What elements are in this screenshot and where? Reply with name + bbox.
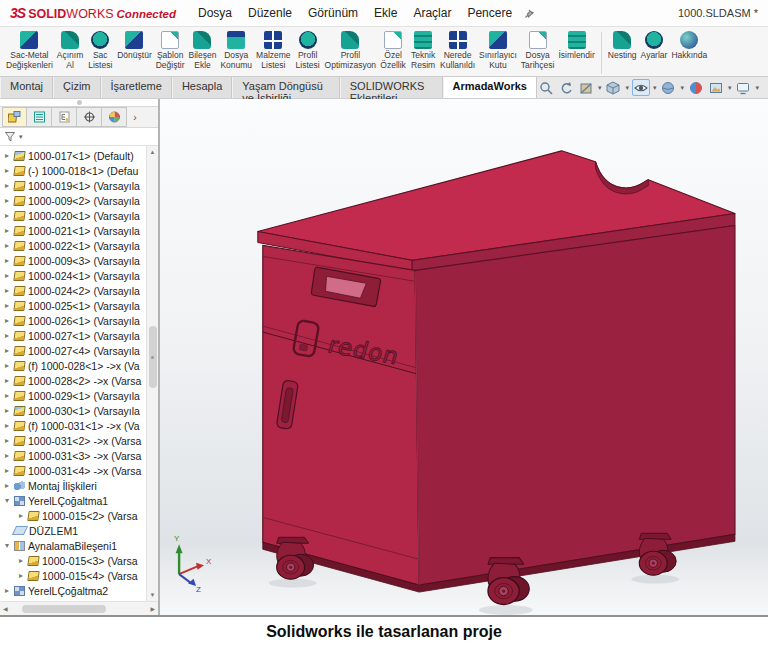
tree-item[interactable]: ▸ 1000-028<2> ->x (Varsa (0, 373, 146, 388)
dropdown-caret-icon[interactable]: ▾ (653, 84, 657, 92)
tree-item[interactable]: ▸ 1000-022<1> (Varsayıla (0, 238, 146, 253)
expand-arrow-icon[interactable]: ▸ (17, 511, 25, 520)
expand-arrow-icon[interactable]: ▸ (3, 181, 11, 190)
featuremanager-tab[interactable] (2, 107, 27, 127)
ribbon-button[interactable]: Profil Optimizasyon (323, 30, 379, 72)
panel-grab-handle[interactable] (0, 99, 158, 106)
ribbon-button[interactable]: İsimlendir (556, 30, 596, 72)
scroll-down-arrow-icon[interactable]: ▼ (150, 589, 156, 601)
tree-item[interactable]: ▾ YerelLÇoğaltma1 (0, 493, 146, 508)
ribbon-button[interactable]: Ayarlar (639, 30, 670, 62)
expand-arrow-icon[interactable]: ▾ (3, 496, 11, 505)
tree-item[interactable]: ▸ 1000-031<2> ->x (Varsa (0, 433, 146, 448)
section-view-icon[interactable] (577, 79, 595, 96)
tree-filter-row[interactable]: ▾ (0, 128, 158, 146)
expand-arrow-icon[interactable]: ▸ (3, 166, 11, 175)
menu-item[interactable]: Pencere (467, 6, 512, 20)
scroll-up-arrow-icon[interactable]: ▲ (150, 146, 156, 158)
ribbon-button[interactable]: Profil Listesi (293, 30, 323, 72)
command-tab[interactable]: Çizim (53, 77, 101, 98)
expand-arrow-icon[interactable]: ▸ (3, 241, 11, 250)
ribbon-button[interactable]: Şablon Değiştir (154, 30, 187, 72)
menu-item[interactable]: Dosya (198, 6, 232, 20)
expand-arrow-icon[interactable]: ▸ (3, 226, 11, 235)
expand-arrow-icon[interactable]: ▸ (3, 406, 11, 415)
expand-arrow-icon[interactable]: ▸ (3, 211, 11, 220)
dropdown-caret-icon[interactable]: ▾ (625, 84, 629, 92)
ribbon-button[interactable]: Nerede Kullanıldı (438, 30, 477, 72)
dropdown-caret-icon[interactable]: ▾ (680, 84, 684, 92)
expand-arrow-icon[interactable]: ▸ (3, 271, 11, 280)
tree-item[interactable]: ▸ 1000-031<3> ->x (Varsa (0, 448, 146, 463)
expand-arrow-icon[interactable]: ▸ (3, 256, 11, 265)
ribbon-button[interactable]: Açınım Al (55, 30, 85, 72)
expand-arrow-icon[interactable]: ▸ (3, 301, 11, 310)
command-tab[interactable]: SOLIDWORKS Eklentileri (340, 77, 443, 98)
tree-item[interactable]: ▸ YerelLÇoğaltma2 (0, 583, 146, 598)
zoom-fit-icon[interactable] (537, 79, 555, 96)
tree-item[interactable]: ▸ 1000-009<2> (Varsayıla (0, 193, 146, 208)
tree-item[interactable]: ▸ 1000-026<1> (Varsayıla (0, 313, 146, 328)
tree-horizontal-scrollbar[interactable]: ◀ ▶ (0, 601, 158, 615)
ribbon-button[interactable]: Sınırlayıcı Kutu (477, 30, 519, 72)
dropdown-caret-icon[interactable]: ▾ (19, 133, 23, 141)
expand-arrow-icon[interactable]: ▸ (3, 196, 11, 205)
scroll-right-arrow-icon[interactable]: ▶ (150, 605, 155, 612)
view-settings-icon[interactable] (734, 79, 752, 96)
ribbon-button[interactable]: Sac-Metal Değişkenleri (4, 30, 55, 72)
expand-arrow-icon[interactable]: ▸ (3, 451, 11, 460)
tree-item[interactable]: ▸ 1000-029<1> (Varsayıla (0, 388, 146, 403)
cabinet-model[interactable]: redon (258, 151, 735, 615)
ribbon-button[interactable]: Hakkında (669, 30, 709, 62)
tree-item[interactable]: ▸ 1000-027<1> (Varsayıla (0, 328, 146, 343)
ribbon-button[interactable]: Dönüştür (115, 30, 154, 72)
tree-item[interactable]: DÜZLEM1 (0, 523, 146, 538)
expand-arrow-icon[interactable]: ▸ (3, 331, 11, 340)
tree-item[interactable]: ▸ 1000-024<2> (Varsayıla (0, 283, 146, 298)
configurationmanager-tab[interactable] (52, 107, 77, 127)
expand-arrow-icon[interactable]: ▸ (3, 316, 11, 325)
propertymanager-tab[interactable] (27, 107, 52, 127)
ribbon-button[interactable]: Özel Özellik (378, 30, 408, 72)
dimxpertmanager-tab[interactable] (77, 107, 102, 127)
display-style-icon[interactable] (659, 79, 677, 96)
tree-item[interactable]: ▸ 1000-017<1> (Default) (0, 148, 146, 163)
expand-arrow-icon[interactable]: ▾ (3, 541, 11, 550)
dropdown-caret-icon[interactable]: ▾ (728, 84, 732, 92)
command-tab[interactable]: Montaj (0, 77, 53, 98)
menu-item[interactable]: Görünüm (308, 6, 358, 20)
tree-item[interactable]: ▸ 1000-027<4> (Varsayıla (0, 343, 146, 358)
expand-arrow-icon[interactable]: ▸ (3, 286, 11, 295)
scrollbar-thumb[interactable] (22, 605, 106, 613)
ribbon-button[interactable]: Sac Listesi (85, 30, 115, 72)
expand-arrow-icon[interactable]: ▸ (3, 361, 11, 370)
tree-item[interactable]: ▸ (f) 1000-028<1> ->x (Va (0, 358, 146, 373)
ribbon-button[interactable]: Teknik Resim (408, 30, 438, 72)
graphics-viewport[interactable]: redon (160, 99, 768, 615)
expand-arrow-icon[interactable]: ▸ (3, 466, 11, 475)
tree-item[interactable]: ▾ AynalamaBileşeni1 (0, 538, 146, 553)
previous-view-icon[interactable] (557, 79, 575, 96)
apply-scene-icon[interactable] (707, 79, 725, 96)
tree-item[interactable]: ▸ 1000-021<1> (Varsayıla (0, 223, 146, 238)
tree-item[interactable]: ▸ 1000-024<1> (Varsayıla (0, 268, 146, 283)
tree-item[interactable]: ▸ 1000-025<1> (Varsayıla (0, 298, 146, 313)
expand-arrow-icon[interactable]: ▸ (3, 481, 11, 490)
expand-arrow-icon[interactable]: ▸ (3, 391, 11, 400)
dropdown-caret-icon[interactable]: ▾ (598, 84, 602, 92)
command-tab[interactable]: ArmadaWorks (443, 77, 537, 98)
command-tab[interactable]: Yaşam Döngüsü ve İşbirliği (232, 77, 340, 98)
tree-item[interactable]: ▸ Montaj İlişkileri (0, 478, 146, 493)
scroll-left-arrow-icon[interactable]: ◀ (3, 605, 8, 612)
expand-arrow-icon[interactable]: ▸ (17, 556, 25, 565)
expand-arrow-icon[interactable]: ▸ (3, 346, 11, 355)
ribbon-button[interactable]: Malzeme Listesi (254, 30, 292, 72)
tree-vertical-scrollbar[interactable]: ▲ ▼ (146, 146, 158, 601)
tree-item[interactable]: ▸ 1000-015<4> (Varsa (0, 568, 146, 583)
menu-item[interactable]: Düzenle (248, 6, 292, 20)
command-tab[interactable]: İşaretleme (101, 77, 172, 98)
ribbon-button[interactable]: Nesting (606, 30, 639, 62)
menu-item[interactable]: Araçlar (413, 6, 451, 20)
view-orientation-icon[interactable] (604, 79, 622, 96)
expand-arrow-icon[interactable]: ▸ (3, 376, 11, 385)
